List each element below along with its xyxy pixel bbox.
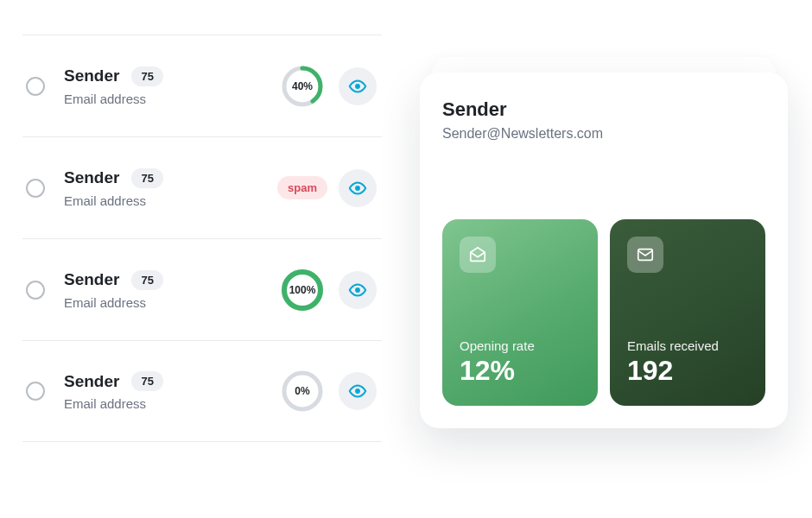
sender-row[interactable]: Sender 75 Email address 100% [22, 238, 382, 340]
spam-badge: spam [277, 176, 327, 199]
progress-label: 100% [281, 268, 324, 312]
detail-email: Sender@Newsletters.com [442, 126, 765, 142]
detail-title: Sender [442, 98, 765, 121]
sender-name: Sender [64, 372, 119, 391]
count-badge: 75 [131, 66, 162, 86]
eye-icon [348, 179, 367, 198]
sender-subtitle: Email address [64, 295, 278, 310]
tile-value: 192 [627, 355, 748, 387]
tile-emails-received[interactable]: Emails received 192 [610, 219, 765, 406]
count-badge: 75 [131, 168, 162, 188]
status-slot: spam [278, 176, 327, 199]
count-badge: 75 [131, 270, 162, 290]
select-radio[interactable] [26, 281, 45, 300]
eye-icon [348, 382, 367, 401]
svg-point-3 [355, 186, 360, 191]
sender-name: Sender [64, 270, 119, 289]
eye-icon [348, 77, 367, 96]
progress-label: 40% [281, 65, 324, 108]
tile-value: 12% [460, 355, 580, 387]
detail-card: Sender Sender@Newsletters.com Opening ra… [420, 73, 788, 428]
view-button[interactable] [339, 271, 377, 309]
tile-label: Opening rate [460, 338, 580, 353]
view-button[interactable] [339, 67, 377, 105]
view-button[interactable] [339, 169, 377, 207]
view-button[interactable] [339, 372, 377, 410]
sender-name: Sender [64, 66, 119, 85]
status-slot: 0% [278, 370, 327, 413]
sender-subtitle: Email address [64, 396, 278, 411]
select-radio[interactable] [26, 382, 45, 401]
sender-row[interactable]: Sender 75 Email address 40% [22, 35, 382, 136]
select-radio[interactable] [26, 77, 45, 96]
sender-subtitle: Email address [64, 92, 278, 106]
status-slot: 40% [278, 65, 327, 108]
sender-subtitle: Email address [64, 193, 278, 208]
stat-tiles: Opening rate 12% Emails received 192 [442, 219, 765, 406]
tile-label: Emails received [627, 338, 748, 353]
svg-point-9 [355, 388, 360, 394]
eye-icon [348, 281, 367, 300]
sender-row[interactable]: Sender 75 Email address spam [22, 136, 382, 238]
sender-list: Sender 75 Email address 40% [22, 35, 382, 442]
sender-info: Sender 75 Email address [64, 371, 278, 411]
svg-point-2 [355, 84, 360, 89]
envelope-open-icon [460, 237, 496, 273]
svg-point-6 [355, 287, 360, 293]
progress-ring: 0% [281, 370, 324, 413]
sender-info: Sender 75 Email address [64, 270, 278, 310]
select-radio[interactable] [26, 179, 45, 198]
count-badge: 75 [131, 371, 162, 391]
status-slot: 100% [278, 268, 327, 312]
progress-label: 0% [281, 370, 324, 413]
sender-info: Sender 75 Email address [64, 66, 278, 106]
sender-name: Sender [64, 168, 119, 187]
detail-card-stack: Sender Sender@Newsletters.com Opening ra… [420, 73, 788, 428]
progress-ring: 100% [281, 268, 324, 312]
sender-info: Sender 75 Email address [64, 168, 278, 208]
tile-opening-rate[interactable]: Opening rate 12% [442, 219, 598, 406]
progress-ring: 40% [281, 65, 324, 108]
sender-row[interactable]: Sender 75 Email address 0% [22, 340, 382, 442]
envelope-icon [627, 237, 663, 273]
